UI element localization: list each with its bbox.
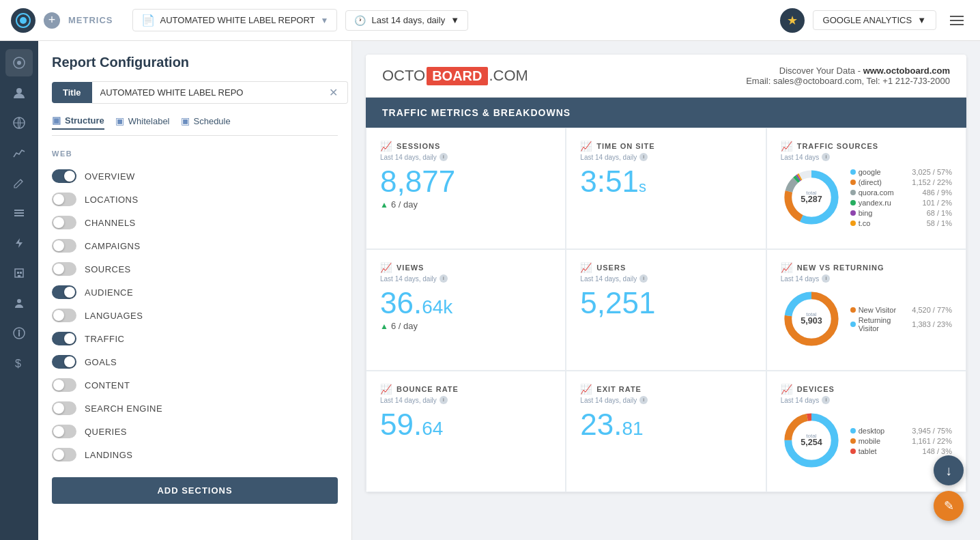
svg-point-15 (18, 330, 20, 332)
web-section-label: WEB (52, 150, 338, 158)
toggle-languages[interactable] (52, 309, 76, 322)
info-icon: i (439, 396, 448, 404)
hamburger-line (950, 16, 964, 17)
toggle-traffic[interactable] (52, 332, 76, 345)
sidebar-item-pen[interactable] (5, 169, 33, 197)
toggle-channels[interactable] (52, 216, 76, 229)
svg-text:$: $ (15, 358, 21, 369)
toggle-overview[interactable] (52, 169, 76, 183)
legend-item: desktop 3,945 / 75% (850, 427, 952, 435)
sidebar-item-info[interactable] (5, 319, 33, 347)
up-arrow-icon: ▲ (380, 322, 388, 331)
trend-icon: 📈 (380, 141, 392, 152)
add-sections-button[interactable]: ADD SECTIONS (52, 477, 338, 504)
metric-subtitle: Last 14 days i (781, 153, 952, 161)
date-selector[interactable]: 🕐 Last 14 days, daily ▼ (345, 10, 468, 31)
metric-value: 5,251 (580, 288, 751, 318)
sidebar-item-flash[interactable] (5, 229, 33, 257)
toggle-locations[interactable] (52, 193, 76, 206)
toggle-row-languages: LANGUAGES (52, 304, 338, 327)
metric-title: 📈 TIME ON SITE (580, 141, 751, 152)
sidebar-item-person[interactable] (5, 289, 33, 317)
legend-dot (850, 169, 856, 175)
legend-values: 148 / 3% (923, 447, 952, 455)
legend-values: 3,945 / 75% (912, 427, 952, 435)
add-button[interactable]: + (44, 12, 60, 29)
sidebar-item-list[interactable] (5, 199, 33, 227)
toggle-label-audience: AUDIENCE (85, 287, 133, 298)
toggle-campaigns[interactable] (52, 239, 76, 253)
report-name: AUTOMATED WHITE LABEL REPORT (160, 15, 315, 25)
settings-icon-button[interactable]: ★ (780, 8, 805, 33)
hamburger-line (950, 24, 964, 25)
edit-button[interactable]: ✎ (934, 491, 964, 521)
toggle-landings[interactable] (52, 448, 76, 461)
toggle-queries[interactable] (52, 425, 76, 438)
legend-item: yandex.ru 101 / 2% (850, 199, 952, 207)
trend-icon: 📈 (781, 384, 793, 395)
toggle-sources[interactable] (52, 262, 76, 276)
sidebar-item-users[interactable] (5, 79, 33, 106)
report-card: OCTO BOARD .COM Discover Your Data - www… (366, 55, 966, 492)
report-selector[interactable]: 📄 AUTOMATED WHITE LABEL REPORT ▼ (132, 9, 338, 31)
legend-dot (850, 180, 856, 185)
download-button[interactable]: ↓ (934, 455, 964, 485)
metric-value: 23.81 (580, 410, 751, 440)
donut-chart: total 5,903 (781, 288, 842, 352)
topnav: + METRICS 📄 AUTOMATED WHITE LABEL REPORT… (0, 0, 980, 41)
trend-icon: 📈 (781, 262, 793, 273)
sidebar-item-chart[interactable] (5, 139, 33, 167)
sidebar-item-building[interactable] (5, 259, 33, 287)
toggle-search-engine[interactable] (52, 401, 76, 415)
logo-right: .COM (489, 67, 528, 85)
info-icon: i (822, 274, 830, 283)
clock-icon: 🕐 (354, 15, 366, 26)
trend-icon: 📈 (580, 384, 592, 395)
contact-info: Email: sales@octoboard.com, Tel: +1 212-… (746, 76, 950, 86)
legend-name: bing (859, 209, 927, 217)
tab-whitelabel[interactable]: ▣ Whitelabel (115, 115, 170, 130)
legend-values: 486 / 9% (923, 188, 952, 197)
toggle-goals[interactable] (52, 355, 76, 369)
toggle-label-locations: LOCATIONS (85, 195, 139, 205)
svg-text:5,254: 5,254 (801, 438, 822, 447)
tel: +1 212-7J3-2000 (882, 76, 950, 86)
tab-structure[interactable]: ▣ Structure (52, 115, 104, 130)
tab-schedule[interactable]: ▣ Schedule (181, 115, 231, 130)
title-clear-button[interactable]: ✕ (329, 86, 338, 99)
metric-title: 📈 BOUNCE RATE (380, 384, 551, 395)
email-label: Email: (746, 76, 770, 86)
metric-subtitle: Last 14 days, daily i (580, 274, 751, 283)
metric-title: 📈 TRAFFIC SOURCES (781, 141, 952, 152)
metric-subtitle: Last 14 days i (781, 274, 952, 283)
toggle-label-campaigns: CAMPAIGNS (85, 241, 141, 251)
toggles-list: OVERVIEWLOCATIONSCHANNELSCAMPAIGNSSOURCE… (52, 165, 338, 466)
sidebar-item-globe[interactable] (5, 109, 33, 137)
sidebar-item-dollar[interactable]: $ (5, 350, 33, 377)
svg-point-3 (17, 61, 21, 65)
ga-selector[interactable]: GOOGLE ANALYTICS ▼ (813, 10, 936, 30)
metric-change: ▲ 6 / day (380, 199, 551, 210)
title-input[interactable] (92, 81, 349, 104)
metrics-grid: 📈 SESSIONS Last 14 days, daily i 8,877 ▲… (366, 128, 966, 492)
sidebar-item-dashboard[interactable] (5, 49, 33, 76)
metric-value: 59.64 (380, 410, 551, 440)
donut-chart: total 5,254 (781, 410, 842, 474)
menu-button[interactable] (945, 8, 969, 33)
metric-title: 📈 EXIT RATE (580, 384, 751, 395)
legend-name: (direct) (859, 178, 912, 186)
document-icon: 📄 (141, 14, 155, 27)
toggle-audience[interactable] (52, 285, 76, 299)
toggle-label-queries: QUERIES (85, 427, 127, 437)
toggle-content[interactable] (52, 378, 76, 392)
legend-name: New Visitor (859, 306, 912, 314)
metric-card-sessions: 📈 SESSIONS Last 14 days, daily i 8,877 ▲… (366, 128, 566, 249)
svg-rect-11 (20, 272, 22, 274)
legend-dot (850, 438, 856, 444)
toggle-row-content: CONTENT (52, 373, 338, 397)
metric-title: 📈 VIEWS (380, 262, 551, 273)
legend-dot (850, 428, 856, 434)
legend-values: 58 / 1% (927, 219, 952, 227)
svg-rect-7 (14, 212, 24, 214)
legend-dot (850, 200, 856, 205)
